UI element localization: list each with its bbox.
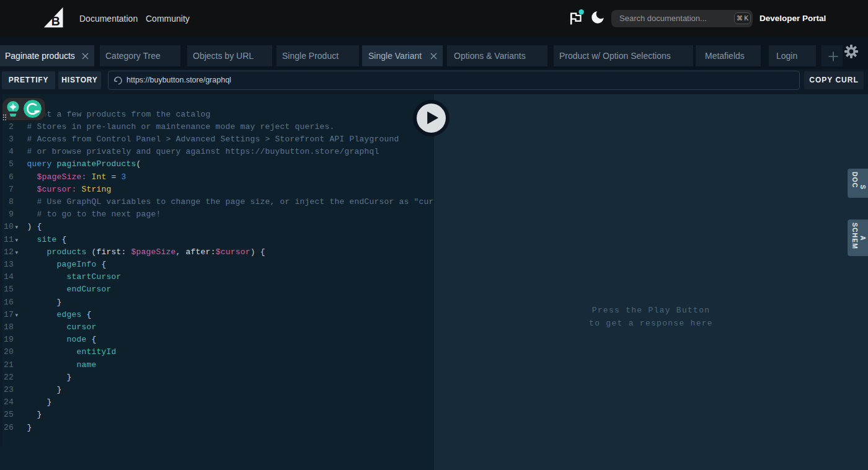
svg-text:B: B: [51, 14, 60, 28]
